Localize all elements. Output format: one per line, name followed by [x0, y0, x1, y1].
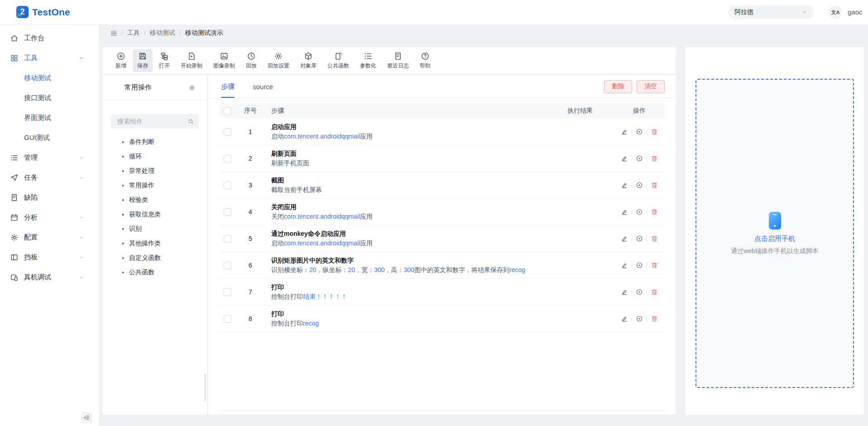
- sidebar-item-analysis[interactable]: 分析: [0, 207, 99, 227]
- sidebar-item-configuration[interactable]: 配置: [0, 227, 99, 247]
- sidebar-item-ui-test[interactable]: 界面测试: [0, 108, 99, 128]
- sidebar-item-management[interactable]: 管理: [0, 148, 99, 168]
- toolbar-public-functions-button[interactable]: 公共函数: [323, 49, 354, 72]
- delete-step-button[interactable]: [650, 181, 658, 189]
- toolbar-save-button[interactable]: 保存: [133, 49, 153, 72]
- delete-step-button[interactable]: [650, 154, 658, 163]
- delete-step-button[interactable]: [650, 261, 658, 269]
- run-step-button[interactable]: [635, 154, 643, 163]
- delete-step-button[interactable]: [650, 128, 658, 136]
- run-step-button[interactable]: [635, 235, 643, 243]
- table-row: 8打印控制台打印recog: [220, 306, 665, 332]
- edit-step-button[interactable]: [620, 315, 628, 323]
- run-step-button[interactable]: [635, 128, 643, 136]
- toolbar-open-button[interactable]: 打开: [154, 49, 174, 72]
- sidebar-item-real-device-debug[interactable]: 真机调试: [0, 267, 99, 287]
- toolbar-playback-button[interactable]: 回放: [241, 49, 261, 72]
- toolbar-image-record-button[interactable]: 图像录制: [209, 49, 240, 72]
- home-icon: [10, 34, 19, 43]
- row-checkbox[interactable]: [224, 235, 231, 243]
- components-settings-button[interactable]: [188, 84, 196, 91]
- delete-step-button[interactable]: [650, 208, 658, 216]
- delete-step-button[interactable]: [650, 288, 658, 296]
- edit-step-button[interactable]: [620, 261, 628, 269]
- sidebar-item-tasks[interactable]: 任务: [0, 168, 99, 187]
- component-search-input[interactable]: [116, 117, 187, 125]
- edit-step-button[interactable]: [620, 154, 628, 163]
- play-icon: [636, 288, 643, 296]
- sidebar-item-gui-test[interactable]: GUI测试: [0, 128, 99, 148]
- tab-source[interactable]: source: [253, 75, 273, 98]
- select-all-checkbox[interactable]: [224, 107, 231, 115]
- run-step-button[interactable]: [635, 261, 643, 269]
- sidebar-item-workbench[interactable]: 工作台: [0, 28, 99, 48]
- step-description: 控制台打印recog: [271, 319, 546, 328]
- run-step-button[interactable]: [635, 288, 643, 296]
- row-checkbox[interactable]: [224, 182, 231, 189]
- delete-step-button[interactable]: [650, 315, 658, 323]
- row-checkbox[interactable]: [224, 208, 231, 216]
- toolbar-new-button[interactable]: 新增: [111, 49, 131, 72]
- breadcrumb-item[interactable]: 工具: [127, 29, 140, 37]
- sidebar-item-tools[interactable]: 工具: [0, 48, 99, 68]
- sidebar-item-defects[interactable]: 缺陷: [0, 187, 99, 207]
- delete-button[interactable]: 删除: [604, 80, 632, 93]
- plus-circle-icon: [116, 52, 125, 61]
- edit-step-button[interactable]: [620, 128, 628, 136]
- component-group-other-ops[interactable]: 其他操作类: [103, 236, 207, 251]
- edit-step-button[interactable]: [620, 235, 628, 243]
- enable-phone-dropzone[interactable]: 点击启用手机 通过web端操作手机以生成脚本: [695, 79, 854, 388]
- sidebar-item-mock[interactable]: 挡板: [0, 247, 99, 267]
- component-group-recognition[interactable]: 识别: [103, 222, 207, 236]
- toolbar-parameterize-button[interactable]: 参数化: [355, 49, 381, 72]
- delete-step-button[interactable]: [650, 235, 658, 243]
- tab-steps[interactable]: 步骤: [221, 75, 235, 98]
- component-group-custom-fn[interactable]: 自定义函数: [103, 251, 207, 265]
- toolbar-help-button[interactable]: 帮助: [415, 49, 435, 72]
- breadcrumb-item[interactable]: 移动测试: [150, 29, 175, 37]
- row-checkbox[interactable]: [224, 288, 231, 296]
- horizontal-scrollbar[interactable]: [220, 411, 665, 411]
- step-index: 8: [238, 315, 263, 322]
- sidebar-item-api-test[interactable]: 接口测试: [0, 88, 99, 108]
- component-group-validation[interactable]: 校验类: [103, 193, 207, 207]
- component-group-condition[interactable]: 条件判断: [103, 135, 207, 149]
- component-group-loop[interactable]: 循环: [103, 149, 207, 164]
- toolbar-button-label: 新增: [115, 62, 126, 70]
- toolbar-playback-settings-button[interactable]: 回放设置: [263, 49, 294, 72]
- component-group-get-info[interactable]: 获取信息类: [103, 207, 207, 222]
- run-step-button[interactable]: [635, 315, 643, 323]
- file-icon: [10, 193, 19, 202]
- row-checkbox[interactable]: [224, 155, 231, 163]
- clear-button[interactable]: 清空: [637, 80, 665, 93]
- edit-step-button[interactable]: [620, 288, 628, 296]
- play-icon: [636, 128, 643, 135]
- sidebar-subitem-label: GUI测试: [24, 134, 50, 142]
- breadcrumb-home[interactable]: [110, 30, 117, 37]
- run-step-button[interactable]: [635, 208, 643, 216]
- step-index: 3: [238, 182, 263, 189]
- workspace-selector[interactable]: 阿拉德: [728, 5, 814, 19]
- step-cell: 打印控制台打印recog: [263, 306, 546, 332]
- component-group-common-ops[interactable]: 常用操作: [103, 178, 207, 193]
- row-checkbox[interactable]: [224, 315, 231, 323]
- run-step-button[interactable]: [635, 181, 643, 189]
- component-group-exception[interactable]: 异常处理: [103, 164, 207, 178]
- translate-button[interactable]: 文A: [829, 5, 842, 19]
- toolbar-object-library-button[interactable]: 对象库: [296, 49, 321, 72]
- row-checkbox[interactable]: [224, 262, 231, 269]
- edit-step-button[interactable]: [620, 181, 628, 189]
- row-checkbox[interactable]: [224, 128, 231, 136]
- enable-phone-link[interactable]: 点击启用手机: [754, 235, 795, 243]
- breadcrumb-item[interactable]: 移动测试演示: [185, 29, 223, 37]
- sidebar-collapse-button[interactable]: [81, 412, 92, 423]
- sidebar-item-mobile-test[interactable]: 移动测试: [0, 68, 99, 88]
- toolbar-recent-logs-button[interactable]: 最近日志: [383, 49, 413, 72]
- device-panel: 点击启用手机 通过web端操作手机以生成脚本: [686, 47, 864, 415]
- col-step-header: 步骤: [263, 107, 546, 115]
- edit-step-button[interactable]: [620, 208, 628, 216]
- toolbar-start-record-button[interactable]: 开始录制: [176, 49, 207, 72]
- component-group-public-fn[interactable]: 公共函数: [103, 265, 207, 280]
- components-scrollbar[interactable]: [204, 374, 206, 401]
- component-group-label: 识别: [129, 225, 142, 233]
